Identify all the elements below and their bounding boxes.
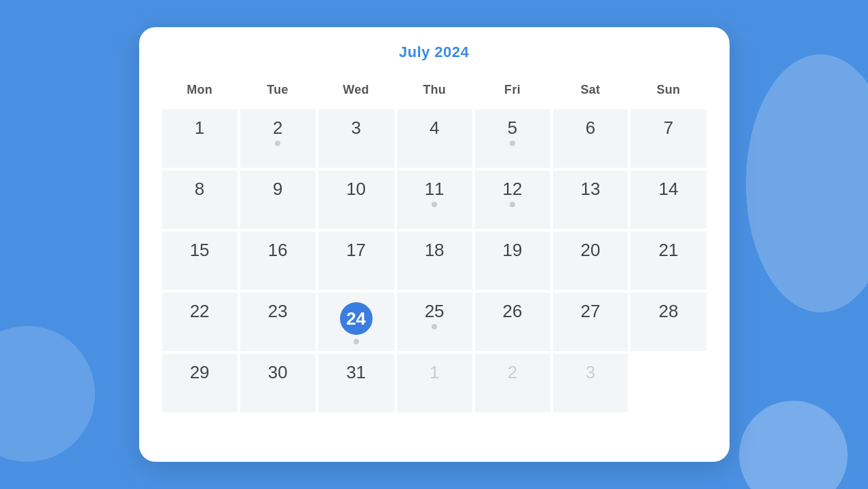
day-number: 3 [586, 363, 595, 381]
day-number: 18 [425, 241, 445, 259]
event-dot [354, 339, 359, 344]
calendar-day-cell[interactable]: 10 [317, 169, 396, 230]
day-number: 21 [658, 241, 678, 259]
calendar-day-cell[interactable]: 21 [629, 230, 707, 291]
calendar-day-cell[interactable]: 22 [161, 291, 239, 352]
bg-decoration-right [746, 54, 868, 312]
day-number: 1 [430, 363, 439, 381]
day-number: 16 [268, 241, 288, 259]
calendar-day-cell[interactable]: 25 [396, 291, 474, 352]
calendar-day-cell[interactable]: 1 [161, 108, 239, 169]
calendar-day-cell[interactable]: 4 [396, 108, 474, 169]
day-number: 12 [503, 180, 523, 198]
weekday-header-thu: Thu [396, 76, 474, 108]
calendar-day-cell [629, 352, 707, 414]
calendar-day-cell[interactable]: 17 [317, 230, 396, 291]
day-number: 4 [430, 119, 439, 137]
bg-decoration-left [0, 326, 95, 462]
day-number: 13 [580, 180, 600, 198]
calendar-day-cell[interactable]: 12 [474, 169, 552, 230]
weekday-header-wed: Wed [317, 76, 396, 108]
weekday-header-sat: Sat [552, 76, 630, 108]
calendar-day-cell[interactable]: 29 [161, 352, 239, 414]
day-number: 24 [340, 302, 373, 335]
day-number: 2 [508, 363, 517, 381]
day-number: 30 [268, 363, 288, 381]
weekday-header-mon: Mon [161, 76, 239, 108]
month-title: July 2024 [399, 43, 470, 60]
day-number: 1 [195, 119, 204, 137]
calendar-day-cell[interactable]: 3 [317, 108, 396, 169]
day-number: 14 [658, 180, 678, 198]
calendar-day-cell[interactable]: 7 [629, 108, 707, 169]
calendar-week-row: 15161718192021 [161, 230, 708, 291]
weekday-header-sun: Sun [629, 76, 707, 108]
calendar-day-cell[interactable]: 3 [552, 352, 630, 414]
day-number: 28 [658, 302, 678, 320]
calendar-day-cell[interactable]: 14 [629, 169, 707, 230]
day-number: 29 [190, 363, 210, 381]
day-number: 25 [425, 302, 445, 320]
calendar-day-cell[interactable]: 16 [239, 230, 317, 291]
calendar-day-cell[interactable]: 28 [629, 291, 707, 352]
event-dot [510, 202, 515, 207]
calendar-day-cell[interactable]: 2 [474, 352, 552, 414]
calendar-day-cell[interactable]: 18 [396, 230, 474, 291]
calendar-day-cell[interactable]: 20 [552, 230, 630, 291]
day-number: 6 [586, 119, 595, 137]
weekday-header-fri: Fri [474, 76, 552, 108]
calendar-day-cell[interactable]: 30 [239, 352, 317, 414]
day-number: 2 [273, 119, 282, 137]
calendar-day-cell[interactable]: 11 [396, 169, 474, 230]
day-number: 5 [508, 119, 517, 137]
calendar-header: July 2024 [161, 43, 708, 64]
calendar-day-cell[interactable]: 26 [474, 291, 552, 352]
day-number: 3 [351, 119, 360, 137]
day-number: 17 [346, 241, 366, 259]
day-number: 27 [580, 302, 600, 320]
day-number: 20 [580, 241, 600, 259]
bg-decoration-right2 [739, 401, 848, 489]
event-dot [432, 324, 437, 329]
day-number: 8 [195, 180, 204, 198]
calendar-day-cell[interactable]: 8 [161, 169, 239, 230]
calendar-day-cell[interactable]: 5 [474, 108, 552, 169]
day-number: 15 [190, 241, 210, 259]
day-number: 11 [425, 180, 445, 198]
calendar-week-row: 1234567 [161, 108, 708, 169]
calendar-week-row: 293031123 [161, 352, 708, 414]
event-dot [432, 202, 437, 207]
calendar-day-cell[interactable]: 1 [396, 352, 474, 414]
day-number: 26 [503, 302, 523, 320]
day-number: 23 [268, 302, 288, 320]
calendar-day-cell[interactable]: 2 [239, 108, 317, 169]
calendar-day-cell[interactable]: 24 [317, 291, 396, 352]
day-number: 19 [503, 241, 523, 259]
day-number: 9 [273, 180, 282, 198]
calendar-day-cell[interactable]: 19 [474, 230, 552, 291]
calendar-day-cell[interactable]: 6 [552, 108, 630, 169]
calendar-day-cell[interactable]: 23 [239, 291, 317, 352]
day-number: 22 [190, 302, 210, 320]
weekday-header-row: MonTueWedThuFriSatSun [161, 76, 708, 108]
calendar-week-row: 22232425262728 [161, 291, 708, 352]
calendar-day-cell[interactable]: 31 [317, 352, 396, 414]
calendar-week-row: 891011121314 [161, 169, 708, 230]
event-dot [510, 141, 515, 146]
weekday-header-tue: Tue [239, 76, 317, 108]
calendar-day-cell[interactable]: 15 [161, 230, 239, 291]
day-number: 7 [664, 119, 673, 137]
event-dot [275, 141, 280, 146]
calendar-day-cell[interactable]: 27 [552, 291, 630, 352]
day-number: 10 [346, 180, 366, 198]
calendar-day-cell[interactable]: 13 [552, 169, 630, 230]
calendar-card: July 2024 MonTueWedThuFriSatSun 12345678… [139, 27, 730, 462]
calendar-day-cell[interactable]: 9 [239, 169, 317, 230]
calendar-grid: MonTueWedThuFriSatSun 123456789101112131… [161, 76, 708, 414]
day-number: 31 [346, 363, 366, 381]
